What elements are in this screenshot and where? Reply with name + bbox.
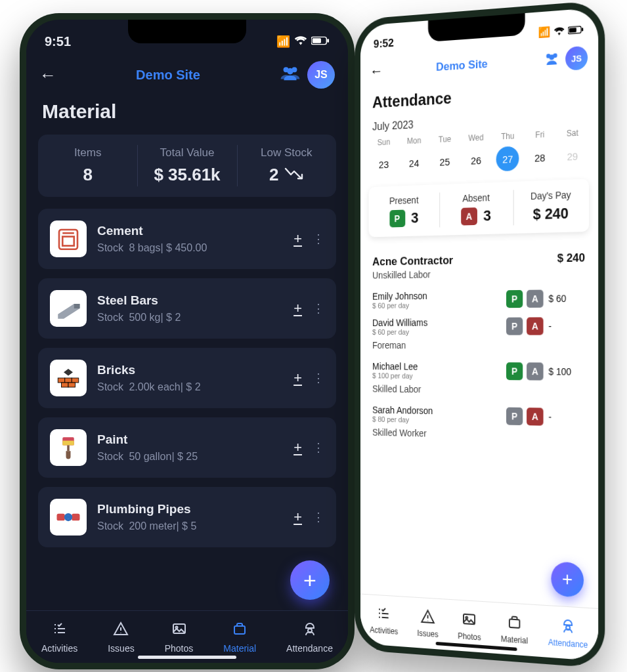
more-actions-button[interactable]: ⋮ <box>313 510 324 524</box>
calendar-day[interactable]: 27 <box>492 144 524 173</box>
tab-label: Issues <box>417 629 438 640</box>
tab-material[interactable]: Material <box>501 613 528 646</box>
tab-material[interactable]: Material <box>223 621 256 654</box>
summary-total-value: Total Value $ 35.61k <box>137 135 236 197</box>
worker-rate: $ 60 per day <box>372 327 501 336</box>
battery-icon <box>311 35 330 49</box>
material-info: Steel BarsStock 500 kg| $ 2 <box>97 293 283 324</box>
calendar-dow: Fri <box>524 129 556 140</box>
add-stock-button[interactable]: + <box>293 439 302 456</box>
present-toggle[interactable]: P <box>506 290 523 308</box>
tab-photos[interactable]: Photos <box>458 610 481 642</box>
trend-down-icon <box>284 165 304 185</box>
site-title[interactable]: Demo Site <box>136 68 200 83</box>
material-name: Steel Bars <box>97 293 283 308</box>
material-row[interactable]: PaintStock 50 gallon| $ 25+⋮ <box>38 417 336 478</box>
tab-attendance[interactable]: Attendance <box>548 616 588 650</box>
svg-rect-12 <box>68 383 76 387</box>
calendar-day[interactable]: 23 <box>369 150 399 178</box>
fab-add-material-label: + <box>303 568 316 593</box>
worker-row[interactable]: Michael Lee$ 100 per dayPA$ 100 <box>360 357 598 386</box>
worker-rate: $ 80 per day <box>372 415 501 425</box>
summary-absent-value: 3 <box>483 207 491 224</box>
fab-add-material[interactable]: + <box>290 560 330 600</box>
fab-add-attendance[interactable]: + <box>551 561 584 597</box>
back-button[interactable]: ← <box>39 65 56 85</box>
phone-attendance: 9:52 📶 ← Demo Site JS Attendance <box>355 0 605 669</box>
avatar[interactable]: JS <box>565 46 588 71</box>
tab-issues-icon <box>113 621 129 640</box>
tab-photos[interactable]: Photos <box>165 621 194 654</box>
summary-present-value: 3 <box>411 209 418 227</box>
material-steel-icon <box>50 290 87 327</box>
worker-rate: $ 100 per day <box>372 371 501 381</box>
tab-activities[interactable]: Activities <box>41 621 77 654</box>
more-actions-button[interactable]: ⋮ <box>313 371 324 385</box>
summary-items-label: Items <box>42 146 133 159</box>
page-title: Material <box>26 100 348 135</box>
summary-items-value: 8 <box>42 165 133 185</box>
material-stock: Stock 2.00k each| $ 2 <box>97 381 283 393</box>
calendar-dow: Sat <box>556 127 589 138</box>
worker-rate: $ 60 per day <box>372 301 501 310</box>
tab-attendance[interactable]: Attendance <box>286 621 333 654</box>
tab-label: Material <box>223 643 256 654</box>
tab-activities[interactable]: Activities <box>370 604 398 636</box>
svg-point-5 <box>287 68 293 75</box>
worker-name: David Williams <box>372 317 501 328</box>
tab-photos-icon <box>462 610 477 631</box>
more-actions-button[interactable]: ⋮ <box>313 440 324 455</box>
site-title[interactable]: Demo Site <box>436 57 488 74</box>
summary-days-pay: Day's Pay $ 240 <box>513 179 589 234</box>
status-time: 9:52 <box>374 37 394 51</box>
tab-activities-icon <box>377 605 391 625</box>
add-stock-button[interactable]: + <box>293 369 302 387</box>
tab-label: Attendance <box>548 637 588 650</box>
material-row[interactable]: CementStock 8 bags| $ 450.00+⋮ <box>38 209 336 269</box>
present-toggle[interactable]: P <box>506 408 523 425</box>
tab-label: Photos <box>458 631 481 642</box>
worker-amount: $ 60 <box>548 293 585 304</box>
svg-rect-1 <box>313 38 321 43</box>
present-badge-icon: P <box>389 210 405 228</box>
avatar[interactable]: JS <box>307 61 335 89</box>
calendar-day[interactable]: 26 <box>460 146 492 174</box>
summary-low-stock[interactable]: Low Stock 2 <box>237 135 336 197</box>
worker-row[interactable]: David Williams$ 60 per dayPA- <box>360 312 598 339</box>
calendar-day[interactable]: 25 <box>429 148 460 176</box>
contractor-name: Acne Contractor <box>372 254 453 269</box>
attendance-summary: Present P3 Absent A3 Day's Pay $ 240 <box>369 179 589 238</box>
status-icons: 📶 <box>538 23 584 39</box>
material-cement-icon <box>50 220 87 257</box>
calendar-day[interactable]: 29 <box>556 142 589 171</box>
tab-attendance-icon <box>302 621 318 640</box>
material-row[interactable]: Plumbing PipesStock 200 meter| $ 5+⋮ <box>38 487 336 547</box>
tab-bar: ActivitiesIssuesPhotosMaterialAttendance <box>360 594 598 662</box>
tab-label: Issues <box>108 643 134 654</box>
back-button[interactable]: ← <box>370 62 383 80</box>
tab-issues[interactable]: Issues <box>108 621 134 654</box>
present-toggle[interactable]: P <box>506 362 523 380</box>
worker-row[interactable]: Emily Johnson$ 60 per dayPA$ 60 <box>360 284 598 314</box>
tab-issues[interactable]: Issues <box>417 608 438 639</box>
add-stock-button[interactable]: + <box>293 300 302 317</box>
more-actions-button[interactable]: ⋮ <box>313 301 324 316</box>
material-row[interactable]: BricksStock 2.00k each| $ 2+⋮ <box>38 348 336 408</box>
absent-toggle[interactable]: A <box>527 317 543 335</box>
present-toggle[interactable]: P <box>506 318 523 335</box>
calendar-dow: Tue <box>429 134 460 145</box>
absent-toggle[interactable]: A <box>527 408 543 426</box>
tab-label: Photos <box>165 643 194 654</box>
calendar-day[interactable]: 24 <box>399 149 429 177</box>
team-icon[interactable] <box>280 65 301 85</box>
calendar-day[interactable]: 28 <box>524 143 556 172</box>
absent-toggle[interactable]: A <box>527 290 543 308</box>
add-stock-button[interactable]: + <box>293 509 302 526</box>
more-actions-button[interactable]: ⋮ <box>313 232 324 246</box>
add-stock-button[interactable]: + <box>293 230 302 247</box>
absent-toggle[interactable]: A <box>527 362 543 380</box>
contractor-total: $ 240 <box>557 251 585 266</box>
material-row[interactable]: Steel BarsStock 500 kg| $ 2+⋮ <box>38 278 336 339</box>
team-icon[interactable] <box>544 51 561 69</box>
absent-badge-icon: A <box>461 207 477 225</box>
